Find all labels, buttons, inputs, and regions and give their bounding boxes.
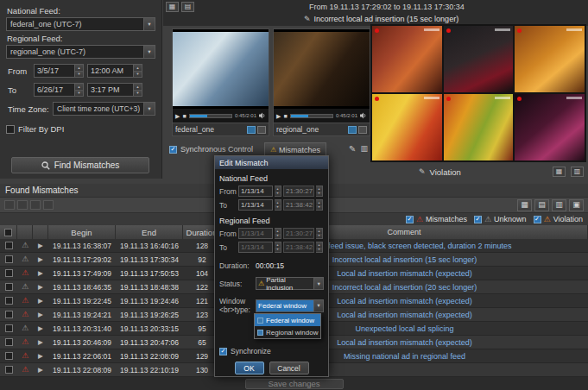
volume-icon[interactable] — [259, 112, 266, 119]
osd-text — [424, 28, 439, 31]
row-play-icon[interactable]: ▶ — [33, 325, 48, 332]
row-checkbox[interactable] — [5, 338, 13, 346]
disabled-tool-icon[interactable] — [43, 200, 54, 210]
view-list-icon[interactable]: ▤ — [534, 199, 549, 211]
row-play-icon[interactable]: ▶ — [33, 311, 48, 318]
regional-feed-select[interactable]: regional_one (UTC-7) — [6, 45, 155, 59]
end-column-header[interactable]: End — [116, 225, 183, 239]
filter-mismatches-checkbox[interactable] — [406, 216, 414, 223]
spinner[interactable] — [316, 186, 323, 197]
ok-button[interactable]: OK — [235, 362, 264, 374]
play-icon[interactable]: ▶ — [175, 113, 180, 119]
row-play-icon[interactable]: ▶ — [33, 270, 48, 277]
feed-action-icon[interactable] — [247, 126, 256, 134]
chevron-down-icon[interactable] — [143, 18, 155, 30]
begin-column-header[interactable]: Begin — [48, 225, 116, 239]
video-thumbnail[interactable] — [372, 94, 442, 160]
row-checkbox[interactable] — [5, 242, 13, 249]
row-checkbox[interactable] — [5, 283, 13, 291]
row-play-icon[interactable]: ▶ — [33, 284, 48, 291]
disabled-tool-icon[interactable] — [30, 200, 41, 210]
video-frame-federal[interactable] — [173, 29, 269, 109]
layout-list-icon[interactable]: ▤ — [181, 2, 194, 12]
video-thumbnail[interactable] — [515, 94, 585, 160]
seek-bar[interactable] — [189, 114, 232, 118]
volume-icon[interactable] — [360, 112, 367, 119]
disabled-tool-icon[interactable] — [4, 200, 15, 210]
select-all-checkbox[interactable] — [4, 229, 12, 236]
row-play-icon[interactable]: ▶ — [33, 353, 48, 360]
row-play-icon[interactable]: ▶ — [33, 367, 48, 374]
dropdown-option-federal[interactable]: Federal window — [255, 314, 320, 326]
chevron-down-icon[interactable] — [143, 103, 155, 115]
to-date-input[interactable]: 6/26/17 — [34, 83, 84, 97]
to-time-input[interactable]: 3:17 PM — [87, 83, 142, 97]
row-checkbox[interactable] — [5, 366, 13, 374]
from-date-input[interactable]: 3/5/17 — [34, 64, 84, 78]
feed-settings-icon[interactable] — [257, 126, 266, 134]
filter-unknown-checkbox[interactable] — [474, 216, 482, 223]
spinner[interactable] — [316, 199, 323, 211]
national-to-date-input[interactable]: 1/13/14 — [238, 199, 273, 211]
row-checkbox[interactable] — [5, 255, 13, 263]
chevron-down-icon[interactable] — [143, 46, 155, 58]
chevron-down-icon[interactable] — [313, 278, 323, 289]
layout-grid-icon[interactable]: ▦ — [166, 2, 179, 12]
spinner[interactable] — [74, 84, 83, 96]
national-feed-label: National Feed: — [7, 6, 155, 16]
feed-settings-icon[interactable] — [358, 126, 367, 134]
layout-rows-icon[interactable]: ▥ — [571, 167, 584, 177]
feed-action-icon[interactable] — [348, 126, 357, 134]
row-play-icon[interactable]: ▶ — [33, 339, 48, 346]
panel-grid-icon[interactable]: ▥ — [360, 144, 368, 154]
row-play-icon[interactable]: ▶ — [33, 298, 48, 305]
row-checkbox[interactable] — [5, 297, 13, 305]
row-play-icon[interactable]: ▶ — [33, 256, 48, 263]
disabled-tool-icon[interactable] — [17, 200, 28, 210]
video-thumbnail[interactable] — [515, 26, 585, 92]
national-from-time-input[interactable]: 21:30:27 — [283, 186, 314, 197]
view-table-icon[interactable]: ▣ — [569, 199, 584, 211]
spinner[interactable] — [74, 65, 83, 77]
video-thumbnail[interactable] — [444, 94, 514, 160]
status-select[interactable]: ⚠ Partial inclusion — [256, 277, 324, 290]
from-time-input[interactable]: 12:00 AM — [87, 64, 142, 78]
edit-pencil-icon[interactable]: ✎ — [419, 167, 426, 176]
video-thumbnail[interactable] — [372, 26, 442, 92]
synchronize-checkbox[interactable] — [219, 348, 227, 355]
row-checkbox[interactable] — [5, 311, 13, 318]
national-feed-select[interactable]: federal_one (UTC-7) — [6, 17, 155, 31]
play-icon[interactable]: ▶ — [276, 113, 281, 119]
dropdown-option-regional[interactable]: Regional window — [255, 326, 320, 338]
save-changes-button[interactable]: Save changes — [245, 379, 344, 389]
row-checkbox[interactable] — [5, 269, 13, 277]
row-checkbox[interactable] — [5, 352, 13, 360]
row-play-icon[interactable]: ▶ — [33, 242, 48, 249]
spinner[interactable] — [133, 84, 142, 96]
spinner[interactable] — [133, 65, 142, 77]
chevron-down-icon[interactable] — [313, 300, 323, 311]
national-from-date-input[interactable]: 1/13/14 — [238, 186, 273, 197]
spinner[interactable] — [275, 199, 281, 211]
stop-icon[interactable]: ■ — [283, 113, 287, 119]
dialog-title[interactable]: Edit Mismatch — [215, 156, 328, 169]
filter-dpi-checkbox[interactable] — [6, 125, 15, 134]
timezone-select[interactable]: Client time zone (UTC+3) — [53, 102, 155, 116]
row-checkbox[interactable] — [5, 324, 13, 332]
video-thumbnail[interactable] — [444, 26, 514, 92]
layout-grid-icon[interactable]: ▦ — [553, 167, 566, 177]
cancel-button[interactable]: Cancel — [269, 362, 309, 374]
spinner[interactable] — [275, 186, 281, 197]
view-grid-icon[interactable]: ▦ — [517, 199, 532, 211]
stop-icon[interactable]: ■ — [182, 113, 186, 119]
sync-control-checkbox[interactable] — [169, 146, 177, 154]
filter-violation-checkbox[interactable] — [534, 216, 541, 223]
edit-pencil-icon[interactable]: ✎ — [349, 144, 356, 154]
video-frame-regional[interactable] — [274, 29, 370, 109]
seek-bar[interactable] — [290, 114, 333, 118]
edit-pencil-icon[interactable]: ✎ — [304, 15, 311, 23]
view-columns-icon[interactable]: ▥ — [552, 199, 566, 211]
window-type-select[interactable]: Federal window — [256, 299, 324, 312]
national-to-time-input[interactable]: 21:38:42 — [283, 199, 314, 211]
find-mismatches-button[interactable]: Find Mismatches — [11, 157, 149, 173]
